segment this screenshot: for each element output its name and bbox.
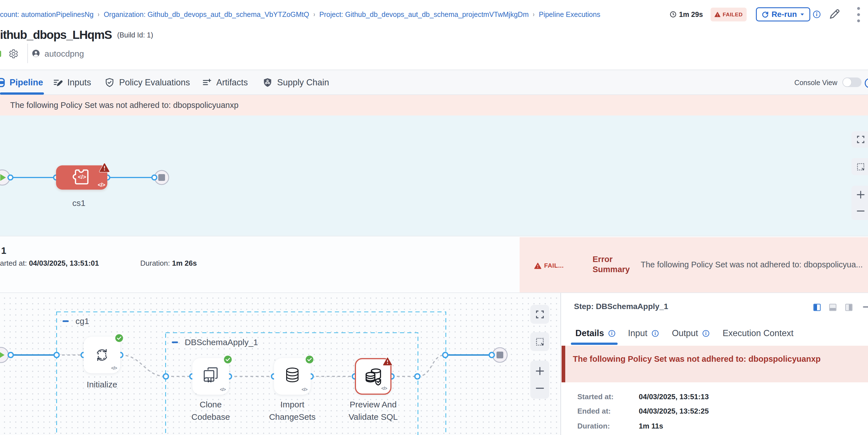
svg-text:</>: </> [78, 174, 86, 180]
